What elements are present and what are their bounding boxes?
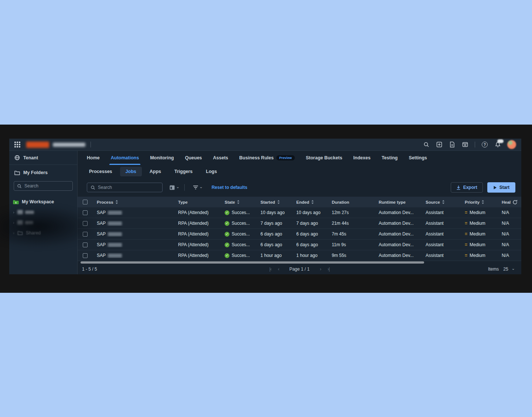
help-icon[interactable]: ?	[481, 141, 488, 148]
sort-icon	[481, 200, 484, 204]
col-header-state[interactable]: State	[220, 200, 256, 204]
subtab-triggers[interactable]: Triggers	[169, 167, 198, 176]
tab-indexes[interactable]: Indexes	[353, 151, 371, 165]
filter-dropdown[interactable]: ›	[193, 185, 202, 190]
search-icon	[17, 184, 22, 189]
horizontal-scrollbar-thumb[interactable]	[81, 261, 424, 264]
orchestrator-window: ? Tenant My Folders M	[9, 139, 521, 274]
tab-label: Testing	[382, 155, 398, 160]
cell-source: Assistant	[421, 231, 460, 237]
cell-priority: =Medium	[460, 221, 497, 226]
col-header-label: Process	[97, 200, 113, 204]
page-indicator: Page 1 / 1	[289, 267, 310, 272]
jobs-table: ProcessTypeStateStartedEndedDurationRunt…	[78, 197, 521, 261]
col-header-ended[interactable]: Ended	[292, 200, 327, 204]
avatar[interactable]	[507, 140, 516, 149]
export-button[interactable]: Export	[451, 182, 483, 193]
tab-settings[interactable]: Settings	[409, 151, 427, 165]
tab-automations[interactable]: Automations	[111, 151, 139, 165]
state-label: Succes...	[232, 253, 250, 258]
tab-monitoring[interactable]: Monitoring	[150, 151, 174, 165]
priority-label: Medium	[470, 253, 485, 258]
subtab-processes[interactable]: Processes	[83, 167, 118, 176]
subtab-logs[interactable]: Logs	[200, 167, 222, 176]
chevron-down-icon[interactable]: ›	[511, 268, 515, 269]
col-header-type: Type	[174, 200, 220, 204]
tab-assets[interactable]: Assets	[213, 151, 228, 165]
row-checkbox[interactable]	[83, 243, 88, 247]
tab-testing[interactable]: Testing	[382, 151, 398, 165]
start-label: Start	[499, 185, 509, 190]
tab-business-rules[interactable]: Business RulesPreview	[239, 151, 295, 165]
table-row[interactable]: SAPRPA (Attended)✓Succes...1 hour ago1 h…	[78, 250, 521, 261]
last-page-button[interactable]: ›|	[328, 267, 330, 272]
table-row[interactable]: SAPRPA (Attended)✓Succes...6 days ago6 d…	[78, 229, 521, 240]
cell-source: Assistant	[421, 221, 460, 226]
app-launcher-icon[interactable]	[14, 142, 20, 148]
col-header-health: Health	[497, 200, 521, 205]
row-checkbox[interactable]	[83, 253, 88, 258]
filter-icon	[193, 185, 198, 190]
sidebar-folder-redacted[interactable]: ›	[9, 207, 77, 217]
widgets-icon[interactable]	[436, 141, 443, 148]
sort-icon	[115, 200, 118, 204]
pagination: |‹ ‹ Page 1 / 1 › ›|	[269, 267, 330, 272]
folder-search-input[interactable]	[24, 183, 65, 189]
sidebar-item-my-workspace[interactable]: My Workspace	[9, 197, 77, 207]
chevron-right-icon: ›	[13, 210, 14, 215]
tab-storage-buckets[interactable]: Storage Buckets	[306, 151, 342, 165]
subtab-jobs[interactable]: Jobs	[120, 167, 142, 176]
cell-health: N/A	[497, 231, 521, 237]
col-header-source[interactable]: Source	[421, 200, 460, 204]
reset-to-defaults-link[interactable]: Reset to defaults	[212, 185, 248, 190]
cell-priority: =Medium	[460, 231, 497, 237]
document-icon[interactable]	[449, 141, 456, 148]
jobs-search-input[interactable]	[98, 185, 153, 190]
col-header-label: Priority	[465, 200, 480, 204]
sidebar-item-tenant[interactable]: Tenant	[9, 151, 77, 165]
process-name: SAP	[97, 242, 106, 247]
first-page-button[interactable]: |‹	[269, 267, 271, 272]
priority-label: Medium	[470, 210, 485, 215]
column-chooser-dropdown[interactable]: ›	[169, 185, 178, 190]
folder-search[interactable]	[14, 181, 73, 191]
tab-home[interactable]: Home	[87, 151, 100, 165]
medium-priority-icon: =	[465, 221, 467, 226]
cell-source: Assistant	[421, 210, 460, 215]
row-checkbox[interactable]	[83, 221, 88, 226]
items-per-page-value[interactable]: 25	[503, 267, 508, 272]
sort-icon	[442, 200, 445, 204]
row-checkbox-cell	[78, 221, 92, 226]
primary-nav-tabs: HomeAutomationsMonitoringQueuesAssetsBus…	[78, 151, 521, 165]
tab-queues[interactable]: Queues	[185, 151, 202, 165]
search-icon[interactable]	[423, 141, 430, 148]
notifications-icon[interactable]	[494, 141, 501, 148]
process-name-redacted	[108, 221, 122, 226]
subtab-apps[interactable]: Apps	[144, 167, 167, 176]
table-row[interactable]: SAPRPA (Attended)✓Succes...10 days ago10…	[78, 207, 521, 218]
sidebar-item-my-folders[interactable]: My Folders	[9, 167, 77, 178]
archive-icon[interactable]	[462, 141, 468, 148]
brand-logo	[26, 142, 49, 148]
jobs-search[interactable]	[87, 183, 163, 192]
refresh-icon[interactable]	[512, 200, 518, 205]
prev-page-button[interactable]: ‹	[278, 267, 279, 272]
row-checkbox-cell	[78, 243, 92, 247]
col-header-started[interactable]: Started	[256, 200, 292, 204]
cell-health: N/A	[497, 210, 521, 215]
row-checkbox[interactable]	[83, 232, 88, 237]
cell-runtime-type: Automation Dev...	[374, 253, 421, 258]
table-row[interactable]: SAPRPA (Attended)✓Succes...6 days ago6 d…	[78, 240, 521, 250]
col-header-process[interactable]: Process	[92, 200, 174, 204]
start-button[interactable]: Start	[487, 182, 515, 193]
table-row[interactable]: SAPRPA (Attended)✓Succes...7 days ago7 d…	[78, 218, 521, 229]
sidebar-item-shared[interactable]: › Shared	[9, 228, 77, 238]
cell-source: Assistant	[421, 242, 460, 247]
sidebar-folder-redacted[interactable]: ›	[9, 217, 77, 228]
success-icon: ✓	[225, 221, 229, 226]
row-checkbox[interactable]	[83, 210, 88, 215]
select-all-checkbox[interactable]	[83, 200, 88, 204]
next-page-button[interactable]: ›	[320, 267, 321, 272]
col-header-priority[interactable]: Priority	[460, 200, 497, 204]
process-name-redacted	[108, 211, 122, 215]
